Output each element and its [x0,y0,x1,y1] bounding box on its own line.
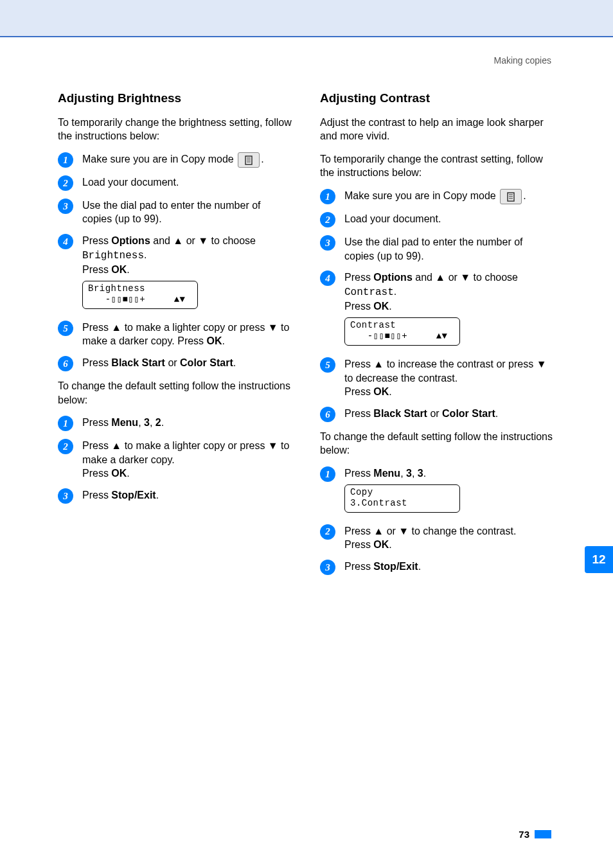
text: Press [82,490,111,500]
text: . [389,301,391,312]
step-number-icon: 4 [58,234,73,249]
text: . [222,335,225,346]
step-number-icon: 1 [320,189,335,204]
heading-contrast: Adjusting Contrast [320,90,555,107]
step: 2 Press ▲ or ▼ to change the contrast. P… [320,524,555,552]
text: Press [344,408,373,419]
lcd-line: 3.Contrast [350,498,407,508]
text: . [161,417,164,428]
step-number-icon: 3 [58,488,73,504]
text: Press [82,417,111,428]
step-number-icon: 6 [320,407,335,422]
button-label: OK [373,539,389,550]
text: . [127,264,129,275]
text: or [165,357,180,368]
step-body: Press ▲ to make a lighter copy or press … [82,439,293,481]
button-label: Black Start [373,408,427,419]
step-number-icon: 3 [58,199,73,214]
step: 3 Press Stop/Exit. [320,560,555,575]
intro-text: To temporarily change the brightness set… [58,116,293,143]
step-number-icon: 1 [320,466,335,482]
step-body: Use the dial pad to enter the number of … [344,235,555,263]
text: Press [82,468,111,479]
right-column: Adjusting Contrast Adjust the contrast t… [320,90,555,583]
step-body: Press Black Start or Color Start. [82,356,293,370]
menu-option: Brightness [82,250,144,261]
button-label: OK [111,264,127,275]
step-body: Press Stop/Exit. [82,488,293,502]
step-body: Press Menu, 3, 2. [82,416,293,430]
text: Make sure you are in Copy mode [82,154,236,164]
lcd-line: Contrast [350,320,396,330]
text: Press [82,235,111,246]
step: 5 Press ▲ to increase the contrast or pr… [320,357,555,399]
text: . [127,468,129,479]
text: Press ▲ to increase the contrast or pres… [344,359,546,384]
button-label: Color Start [180,357,233,368]
step-body: Press Black Start or Color Start. [344,407,555,421]
text: . [233,357,236,368]
text: . [394,286,396,297]
step: 1 Make sure you are in Copy mode . [320,189,555,204]
step-number-icon: 3 [320,235,335,251]
text: . [523,190,526,201]
step-number-icon: 1 [58,152,73,168]
text: Press [344,386,373,397]
button-label: 2 [155,417,161,428]
step: 2 Load your document. [320,212,555,227]
text: Press ▲ or ▼ to change the contrast. [344,526,516,536]
content-area: Adjusting Brightness To temporarily chan… [58,90,555,583]
text: Make sure you are in Copy mode [344,190,499,201]
lcd-display: Brightness -▯▯■▯▯+ ▲▼ [82,281,198,309]
button-label: 3 [144,417,150,428]
page-number: 73 [519,829,529,840]
breadcrumb: Making copies [494,55,552,66]
text: . [423,468,426,479]
step: 1 Press Menu, 3, 3. Copy 3.Contrast [320,466,555,517]
step-body: Make sure you are in Copy mode . [82,152,293,168]
intro-text: To temporarily change the contrast setti… [320,152,555,180]
text: . [389,386,391,397]
chapter-tab: 12 [585,546,613,573]
step-number-icon: 6 [58,356,73,371]
lcd-display: Copy 3.Contrast [344,484,460,513]
footer-bar-icon [535,830,551,838]
text: Press [344,561,373,572]
lcd-display: Contrast -▯▯■▯▯+ ▲▼ [344,317,460,346]
button-label: Stop/Exit [373,561,418,572]
step-body: Press Options and ▲ or ▼ to choose Contr… [344,270,555,350]
text: . [261,154,263,164]
step: 3 Use the dial pad to enter the number o… [58,199,293,226]
step-number-icon: 5 [320,357,335,373]
text: , [412,468,418,479]
button-label: Options [111,235,150,246]
step-body: Press ▲ or ▼ to change the contrast. Pre… [344,524,555,552]
text: , [400,468,406,479]
text: Press ▲ to make a lighter copy or press … [82,440,289,465]
step: 3 Use the dial pad to enter the number o… [320,235,555,263]
step-body: Load your document. [82,175,293,190]
step-body: Make sure you are in Copy mode . [344,189,555,204]
mid-text: To change the default setting follow the… [320,430,555,457]
step-number-icon: 2 [58,175,73,191]
step: 1 Press Menu, 3, 2. [58,416,293,431]
step: 6 Press Black Start or Color Start. [58,356,293,371]
button-label: Black Start [111,357,165,368]
text: . [389,539,391,550]
button-label: Color Start [442,408,495,419]
step: 4 Press Options and ▲ or ▼ to choose Bri… [58,234,293,313]
lcd-line: -▯▯■▯▯+ ▲▼ [350,331,447,341]
mid-text: To change the default setting follow the… [58,379,293,407]
text: . [144,249,147,260]
step-number-icon: 2 [320,212,335,227]
step-number-icon: 1 [58,416,73,431]
step-body: Press Stop/Exit. [344,560,555,574]
text: Press ▲ to make a lighter copy or press … [82,322,289,347]
page-footer: 73 [519,829,551,840]
top-bar [0,0,613,37]
copy-mode-icon [500,189,522,204]
menu-option: Contrast [344,287,394,298]
text: and ▲ or ▼ to choose [150,235,256,246]
step: 4 Press Options and ▲ or ▼ to choose Con… [320,270,555,350]
lcd-line: Copy [350,487,373,497]
